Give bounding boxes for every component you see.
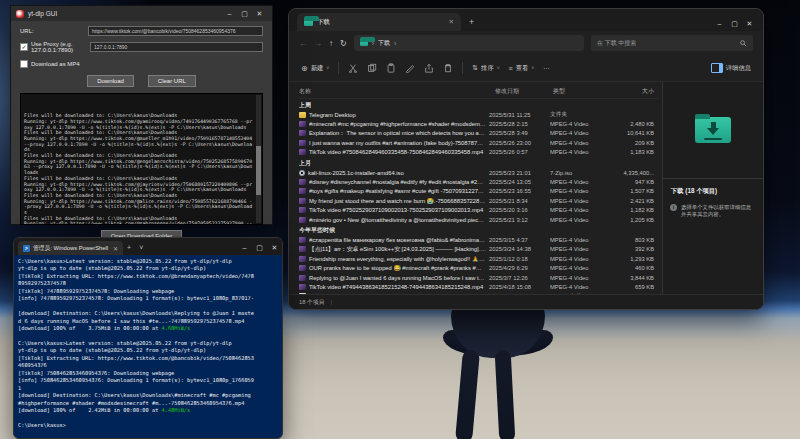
terminal-maximize-button[interactable]: ▢	[252, 241, 267, 255]
file-row[interactable]: #minério gov • New @tomatthedivinity a @…	[299, 215, 658, 224]
terminal-minimize-button[interactable]: –	[237, 241, 252, 255]
paste-icon[interactable]	[386, 63, 396, 73]
tab-close-icon[interactable]: ✕	[449, 18, 454, 26]
column-type[interactable]: 类型	[553, 87, 608, 96]
view-button[interactable]: ≡ 查看˅	[509, 64, 535, 73]
file-row[interactable]: Friendship means everything, especially …	[299, 254, 658, 263]
tab-dropdown-icon[interactable]: ˅	[135, 241, 147, 255]
column-headers[interactable]: 名称 修改日期 类型 大小	[299, 84, 658, 99]
file-name: Replying to @Juan I wanted 6 days runnin…	[309, 275, 486, 281]
refresh-icon[interactable]: ↻	[340, 39, 347, 48]
copy-icon[interactable]	[367, 63, 377, 73]
terminal-line: C:\Users\kasus>Latest version: stable@20…	[18, 258, 278, 265]
ytdlp-titlebar[interactable]: yt-dlp GUI – ▢ ✕	[11, 6, 272, 21]
file-type: MPEG-4 Video	[550, 237, 605, 243]
terminal-close-button[interactable]: ✕	[267, 241, 282, 255]
file-row[interactable]: Explanation： The sensor in optical mice …	[299, 129, 658, 138]
terminal-tab[interactable]: > 管理员: Windows PowerShell ✕	[18, 241, 123, 255]
group-header[interactable]: 上月	[299, 157, 658, 168]
chevron-right-icon: ›	[394, 40, 396, 47]
delete-icon[interactable]	[443, 63, 453, 73]
powershell-icon: >	[23, 245, 30, 252]
file-row[interactable]: I just wanna wear my outfits #art #anima…	[299, 138, 658, 147]
item-count: 18 个项目	[299, 298, 324, 307]
cut-icon[interactable]	[348, 63, 358, 73]
proxy-input[interactable]: 127.0.0.1:7890	[90, 42, 263, 52]
file-type: MPEG-4 Video	[550, 188, 605, 194]
video-file-icon	[299, 256, 306, 262]
file-name: Friendship means everything, especially …	[309, 256, 486, 262]
forward-icon[interactable]: →	[314, 39, 322, 48]
back-icon[interactable]: ←	[299, 39, 307, 48]
file-row[interactable]: 【点|11】arr：安卓 eSim 100k++安 [24.03.2025] —…	[299, 245, 658, 254]
clear-url-button[interactable]: Clear URL	[148, 75, 196, 87]
log-line: Running: yt-dlp https://www.tiktok.com/@…	[24, 159, 254, 176]
ytdlp-log[interactable]: Files will be downloaded to: C:\Users\ka…	[20, 93, 263, 225]
terminal-line: [download] Destination: C:\Users\kasus\D…	[18, 310, 278, 317]
file-row[interactable]: TikTok video #7494438634185215248-749443…	[299, 282, 658, 291]
file-size: 2,480 KB	[608, 121, 658, 127]
log-scrollbar[interactable]	[256, 95, 261, 223]
file-row[interactable]: kali-linux-2025.1c-installer-amd64.iso20…	[299, 168, 658, 177]
download-button[interactable]: Download	[87, 75, 134, 87]
file-row[interactable]: My friend just stood there and watch me …	[299, 196, 658, 205]
explorer-minimize-button[interactable]: –	[712, 17, 727, 31]
breadcrumb[interactable]: 下载	[378, 39, 390, 48]
url-input[interactable]: https://www.tiktok.com/@bancobik/video/7…	[88, 26, 263, 36]
video-file-icon	[299, 130, 306, 136]
log-line: Running: yt-dlp https://www.tiktok.com/@…	[24, 221, 254, 225]
column-name[interactable]: 名称	[299, 87, 495, 96]
group-header[interactable]: 今年早些时候	[299, 224, 658, 235]
file-row[interactable]: TikTok video #7502529037109002013-750252…	[299, 206, 658, 215]
download-mp4-checkbox[interactable]: ✓	[20, 60, 28, 68]
file-row[interactable]: #toys #gifts #makeup #satisfying #asmr #…	[299, 187, 658, 196]
new-button[interactable]: ⊕ 新建˅	[301, 64, 329, 73]
minimize-button[interactable]: –	[222, 7, 237, 21]
use-proxy-checkbox[interactable]: ✓	[20, 43, 28, 51]
file-name: TikTok video #7502529037109002013-750252…	[309, 207, 486, 213]
new-tab-button[interactable]: +	[123, 241, 135, 255]
file-type: MPEG-4 Video	[550, 130, 605, 136]
address-bar[interactable]: › 下载 ›	[354, 35, 584, 51]
view-list-icon: ≡	[509, 65, 513, 72]
column-date[interactable]: 修改日期	[495, 87, 553, 96]
file-row[interactable]: OUR pranks have to be stopped 😂 #minecra…	[299, 263, 658, 272]
search-input[interactable]: 在 下载 中搜索	[591, 35, 753, 51]
log-line: Running: yt-dlp https://www.tiktok.com/@…	[24, 199, 254, 216]
file-type: MPEG-4 Video	[550, 140, 605, 146]
file-date: 2025/5/21 8:34	[489, 198, 547, 204]
chevron-down-icon: ˅	[531, 65, 534, 71]
video-file-icon	[299, 265, 306, 271]
rename-icon[interactable]	[405, 63, 415, 73]
terminal-tabbar[interactable]: > 管理员: Windows PowerShell ✕ + ˅ – ▢ ✕	[14, 238, 282, 255]
close-button[interactable]: ✕	[252, 7, 267, 21]
up-icon[interactable]: ↑	[329, 39, 333, 48]
explorer-tab-downloads[interactable]: 下载 ✕	[297, 13, 461, 31]
explorer-tabbar[interactable]: 下载 ✕ + – ▢ ✕	[289, 9, 763, 31]
explorer-maximize-button[interactable]: ▢	[727, 17, 742, 31]
new-tab-button[interactable]: +	[461, 13, 482, 31]
explorer-close-button[interactable]: ✕	[742, 17, 757, 31]
video-file-icon	[299, 275, 306, 281]
file-type: MPEG-4 Video	[550, 198, 605, 204]
file-row[interactable]: #disney #disneychannel #nostalgia #editf…	[299, 177, 658, 186]
terminal-output[interactable]: C:\Users\kasus>Latest version: stable@20…	[14, 255, 282, 432]
more-options-button[interactable]: ···	[543, 65, 549, 72]
file-row[interactable]: Telegram Desktop2025/5/31 11:25文件夹	[299, 110, 658, 119]
column-size[interactable]: 大小	[608, 87, 658, 96]
file-row[interactable]: #minecraft #mc #pcgaming #highperformanc…	[299, 119, 658, 128]
details-pane-toggle[interactable]: 详细信息	[711, 63, 751, 73]
file-size: 3,844 KB	[608, 275, 658, 281]
video-file-icon	[299, 149, 306, 155]
tab-close-icon[interactable]: ✕	[113, 245, 118, 252]
file-row[interactable]: TikTok video #7508462849460335458-750846…	[299, 148, 658, 157]
group-header[interactable]: 上周	[299, 99, 658, 110]
share-icon[interactable]	[424, 63, 434, 73]
file-row[interactable]: Replying to @Juan I wanted 6 days runnin…	[299, 273, 658, 282]
wallpaper-character-left-leg	[455, 349, 480, 439]
maximize-button[interactable]: ▢	[237, 7, 252, 21]
file-date: 2025/5/20 3:16	[489, 207, 547, 213]
file-type: MPEG-4 Video	[550, 149, 605, 155]
file-row[interactable]: #czappentita file маникарову без мокегов…	[299, 235, 658, 244]
sort-button[interactable]: ⇅ 排序˅	[472, 64, 499, 73]
